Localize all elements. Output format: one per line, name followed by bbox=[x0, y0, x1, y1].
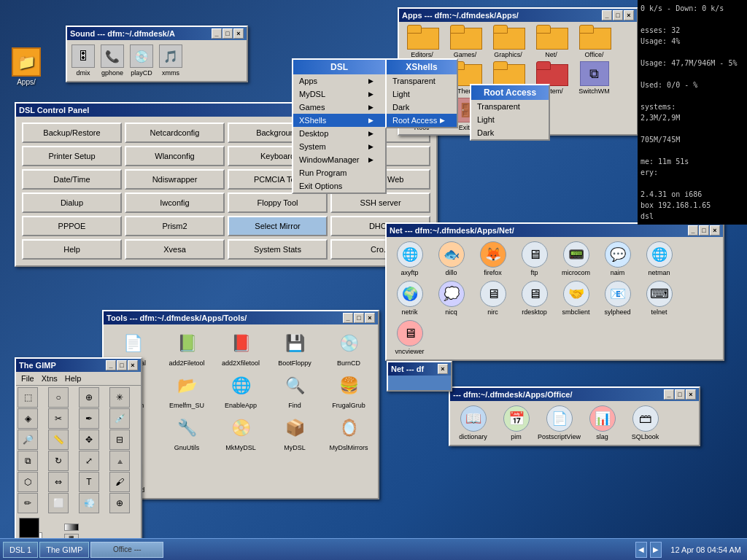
panel-btn-printer[interactable]: Printer Setup bbox=[22, 146, 122, 166]
gimp-tool-text[interactable]: T bbox=[79, 472, 99, 492]
gimp-tool-eraser[interactable]: ⬜ bbox=[48, 493, 69, 513]
net-ftp[interactable]: 🖥 ftp bbox=[514, 240, 554, 278]
net-microcom[interactable]: 📟 microcom bbox=[556, 240, 596, 278]
office-maximize-btn[interactable]: □ bbox=[675, 389, 685, 400]
gimp-tool-clone[interactable]: ⊕ bbox=[109, 493, 130, 513]
sound-app-playcd[interactable]: 💿 playCD bbox=[130, 44, 153, 77]
rootaccess-light[interactable]: Light bbox=[471, 113, 549, 126]
taskbar-gimp[interactable]: The GIMP bbox=[39, 542, 89, 558]
office-pim[interactable]: 📅 pim bbox=[496, 404, 536, 442]
gimp-tool-align[interactable]: ⊟ bbox=[109, 429, 130, 450]
panel-btn-pppoe[interactable]: PPPOE bbox=[22, 216, 122, 236]
sound-minimize-btn[interactable]: _ bbox=[212, 28, 222, 39]
gimp-file-menu[interactable]: File bbox=[19, 373, 36, 384]
taskbar-dsl1[interactable]: DSL 1 bbox=[3, 542, 38, 558]
net-naim[interactable]: 💬 naim bbox=[597, 240, 638, 278]
desktop-icon-apps[interactable]: 📁 Apps/ bbox=[4, 47, 48, 86]
sound-app-dmix[interactable]: 🎛 dmix bbox=[71, 44, 95, 77]
panel-btn-ndis[interactable]: Ndiswrapper bbox=[125, 169, 225, 190]
gimp-fg-color[interactable] bbox=[19, 518, 39, 538]
tools-gnuutils[interactable]: 🔧 GnuUtils bbox=[160, 412, 213, 453]
tools-mkmydsl[interactable]: 📀 MkMyDSL bbox=[214, 412, 267, 453]
panel-btn-floppy[interactable]: Floppy Tool bbox=[228, 192, 328, 213]
gimp-maximize-btn[interactable]: □ bbox=[117, 360, 127, 370]
gimp-tool-fuzzyselect[interactable]: ✳ bbox=[109, 387, 130, 408]
apps-games[interactable]: Games/ bbox=[445, 25, 485, 58]
tools-maximize-btn[interactable]: □ bbox=[354, 313, 364, 323]
gimp-tool-flip[interactable]: ⇔ bbox=[48, 472, 69, 492]
panel-btn-help[interactable]: Help bbox=[22, 239, 122, 260]
gimp-tool-measure[interactable]: 📏 bbox=[48, 429, 69, 450]
net-nirc[interactable]: 🖥 nirc bbox=[473, 279, 513, 317]
net-dillo[interactable]: 🐟 dillo bbox=[431, 240, 471, 278]
tools-add2xfiletool[interactable]: 📕 add2Xfiletool bbox=[214, 327, 267, 368]
panel-btn-xvesa[interactable]: Xvesa bbox=[125, 239, 225, 260]
net-telnet[interactable]: ⌨ telnet bbox=[639, 279, 679, 317]
apps-switchwm[interactable]: ⧉ SwitchWM bbox=[574, 61, 614, 95]
gimp-help-menu[interactable]: Help bbox=[63, 373, 84, 384]
net-netrik[interactable]: 🌍 netrik bbox=[390, 279, 430, 317]
gimp-tool-colorpicker[interactable]: 💉 bbox=[109, 408, 130, 429]
xshells-transparent[interactable]: Transparent bbox=[387, 74, 457, 88]
net-vncviewer[interactable]: 🖥 vncviewer bbox=[390, 319, 430, 357]
apps-close-btn[interactable]: × bbox=[624, 10, 634, 20]
gimp-tool-paint[interactable]: 🖌 bbox=[109, 472, 130, 492]
gimp-tool-move[interactable]: ✥ bbox=[79, 429, 99, 450]
tools-find[interactable]: 🔍 Find bbox=[268, 370, 321, 411]
net-axyftp[interactable]: 🌐 axyftp bbox=[390, 240, 430, 278]
rootaccess-dark[interactable]: Dark bbox=[471, 126, 549, 139]
dsl-menu-desktop[interactable]: Desktop▶ bbox=[293, 127, 385, 140]
net-netman[interactable]: 🌐 netman bbox=[639, 240, 679, 278]
taskbar-prev-btn[interactable]: ◀ bbox=[635, 542, 647, 558]
apps-graphics[interactable]: Graphics/ bbox=[488, 25, 528, 58]
dsl-menu-mydsl[interactable]: MyDSL▶ bbox=[293, 88, 385, 101]
dsl-menu-exitoptions[interactable]: Exit Options bbox=[293, 179, 385, 192]
gimp-tool-rect[interactable]: ⬚ bbox=[18, 387, 38, 408]
net-maximize-btn[interactable]: □ bbox=[699, 225, 709, 236]
net-sm-close-btn[interactable]: × bbox=[438, 364, 448, 374]
gimp-tool-perspective[interactable]: ⬡ bbox=[18, 472, 38, 492]
gimp-tool-bycolor[interactable]: ◈ bbox=[18, 408, 38, 429]
net-smbclient[interactable]: 🤝 smbclient bbox=[556, 279, 596, 317]
tools-minimize-btn[interactable]: _ bbox=[343, 313, 353, 323]
panel-btn-stats[interactable]: System Stats bbox=[228, 239, 328, 260]
xshells-dark[interactable]: Dark bbox=[387, 101, 457, 114]
net-close-btn[interactable]: × bbox=[710, 225, 720, 236]
panel-btn-netcard[interactable]: Netcardconfig bbox=[125, 122, 225, 143]
tools-mydslmirrors[interactable]: 🪞 MyDslMirrors bbox=[322, 412, 375, 453]
apps-minimize-btn[interactable]: _ bbox=[602, 10, 612, 20]
tools-bootfloppy[interactable]: 💾 BootFloppy bbox=[268, 327, 321, 368]
net-minimize-btn[interactable]: _ bbox=[688, 225, 698, 236]
apps-maximize-btn[interactable]: □ bbox=[613, 10, 623, 20]
office-close-btn[interactable]: × bbox=[686, 389, 696, 400]
gimp-tool-crop[interactable]: ⧉ bbox=[18, 451, 38, 471]
gimp-tool-pencil[interactable]: ✏ bbox=[18, 493, 38, 513]
sound-close-btn[interactable]: × bbox=[233, 28, 244, 39]
tools-add2filetool[interactable]: 📗 add2Filetool bbox=[160, 327, 213, 368]
rootaccess-transparent[interactable]: Transparent bbox=[471, 100, 549, 113]
gimp-tool-airbrush[interactable]: 💨 bbox=[79, 493, 99, 513]
office-minimize-btn[interactable]: _ bbox=[664, 389, 674, 400]
tools-emelfm-su[interactable]: 📂 Emelfm_SU bbox=[160, 370, 213, 411]
net-firefox[interactable]: 🦊 firefox bbox=[473, 240, 513, 278]
dsl-menu-windowmanager[interactable]: WindowManager▶ bbox=[293, 153, 385, 166]
office-sqlbook[interactable]: 🗃 SQLbook bbox=[625, 404, 665, 442]
panel-btn-backup[interactable]: Backup/Restore bbox=[22, 122, 122, 143]
gimp-close-btn[interactable]: × bbox=[128, 360, 138, 370]
panel-btn-dialup[interactable]: Dialup bbox=[22, 192, 122, 213]
tools-frugalgrub[interactable]: 🍔 FrugalGrub bbox=[322, 370, 375, 411]
net-rdesktop[interactable]: 🖥 rdesktop bbox=[514, 279, 554, 317]
apps-net[interactable]: Net/ bbox=[531, 25, 571, 58]
xshells-light[interactable]: Light bbox=[387, 88, 457, 101]
dsl-menu-xshells[interactable]: XShells▶ bbox=[293, 114, 385, 127]
office-slag[interactable]: 📊 slag bbox=[582, 404, 622, 442]
gimp-minimize-btn[interactable]: _ bbox=[106, 360, 116, 370]
gimp-xtns-menu[interactable]: Xtns bbox=[39, 373, 60, 384]
tools-close-btn[interactable]: × bbox=[365, 313, 375, 323]
gimp-tool-zoom[interactable]: 🔎 bbox=[18, 429, 38, 450]
gimp-tool-scale[interactable]: ⤢ bbox=[79, 451, 99, 471]
tools-mydsl[interactable]: 📦 MyDSL bbox=[268, 412, 321, 453]
gimp-tool-freeselect[interactable]: ⊕ bbox=[79, 387, 99, 408]
taskbar-office[interactable]: Office --- bbox=[90, 542, 163, 558]
apps-editors[interactable]: Editors/ bbox=[402, 25, 442, 58]
